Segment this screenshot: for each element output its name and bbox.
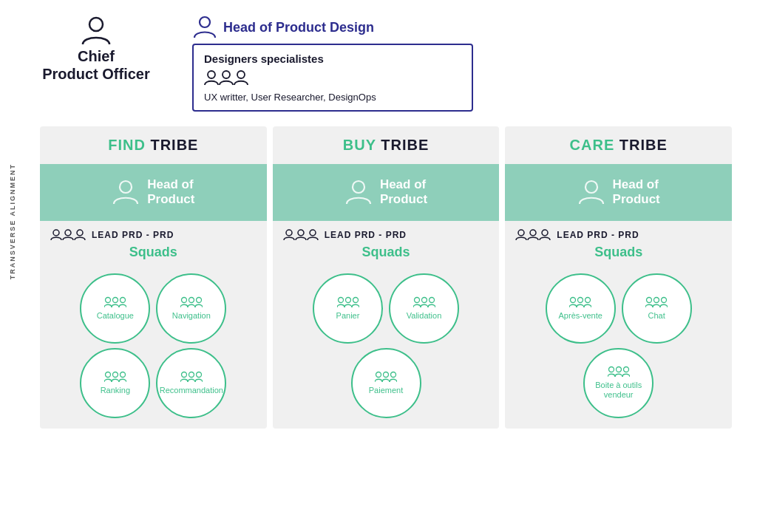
apres-vente-icons xyxy=(569,296,591,310)
squad-catalogue: Catalogue xyxy=(80,273,150,344)
svg-point-29 xyxy=(421,297,427,302)
svg-point-32 xyxy=(384,372,389,377)
top-section: Chief Product Officer Head of Product De… xyxy=(22,15,735,112)
find-head-product-label: Head ofProduct xyxy=(147,177,194,208)
svg-point-33 xyxy=(391,372,396,377)
care-lead-icons xyxy=(515,228,552,242)
head-design-row: Head of Product Design xyxy=(192,15,473,40)
svg-point-46 xyxy=(623,367,628,372)
recommandation-label: Recommandation xyxy=(160,386,223,395)
find-highlight: FIND xyxy=(108,137,150,153)
designers-roles: UX writter, User Researcher, DesignOps xyxy=(204,92,461,103)
svg-point-44 xyxy=(608,367,614,372)
svg-point-20 xyxy=(196,372,201,377)
svg-point-15 xyxy=(105,372,110,377)
svg-point-9 xyxy=(105,297,110,302)
svg-point-30 xyxy=(429,297,434,302)
find-lead-icons xyxy=(50,228,87,242)
svg-point-37 xyxy=(542,230,548,236)
panier-icons xyxy=(337,296,359,310)
find-squads-row-1: Catalogue Navigation xyxy=(80,273,226,344)
find-squads-title: Squads xyxy=(50,245,257,260)
svg-point-22 xyxy=(286,230,292,236)
svg-point-3 xyxy=(223,71,230,78)
find-lead-prd-row: LEAD PRD - PRD xyxy=(50,228,257,242)
find-suffix: TRIBE xyxy=(150,137,198,153)
squad-validation: Validation xyxy=(389,273,459,344)
head-design-section: Head of Product Design Designers special… xyxy=(192,15,473,112)
buy-squads-title: Squads xyxy=(283,245,489,260)
designers-box: Designers specialistes UX writter, xyxy=(192,44,473,112)
tribes-wrapper: TRANSVERSE ALIGNMENT FIND TRIBE Head ofP… xyxy=(22,126,735,429)
svg-point-45 xyxy=(616,367,621,372)
navigation-label: Navigation xyxy=(172,311,211,321)
transverse-alignment-label: TRANSVERSE ALIGNMENT xyxy=(9,163,16,279)
buy-squads-row-1: Panier Validation xyxy=(313,273,459,344)
find-head-person-icon xyxy=(112,178,140,206)
svg-point-6 xyxy=(53,230,59,236)
squad-navigation: Navigation xyxy=(156,273,226,344)
squad-panier: Panier xyxy=(313,273,383,344)
validation-icons xyxy=(413,296,435,310)
chat-icons xyxy=(645,296,668,310)
svg-point-7 xyxy=(65,230,71,236)
care-squads-row-2: Boite à outilsvendeur xyxy=(583,348,654,418)
svg-point-36 xyxy=(530,230,536,236)
find-head-product-band: Head ofProduct xyxy=(40,164,267,221)
buy-head-person-icon xyxy=(344,178,373,206)
svg-point-31 xyxy=(376,372,381,377)
svg-point-41 xyxy=(647,297,652,302)
svg-point-23 xyxy=(298,230,304,236)
svg-point-18 xyxy=(181,372,186,377)
page: Chief Product Officer Head of Product De… xyxy=(0,0,757,532)
buy-lead-prd-row: LEAD PRD - PRD xyxy=(283,228,489,242)
buy-tribe-header: BUY TRIBE xyxy=(273,126,500,164)
svg-point-25 xyxy=(338,297,343,302)
svg-point-14 xyxy=(196,297,201,302)
boite-outils-icons xyxy=(608,366,630,379)
squad-ranking: Ranking xyxy=(80,348,150,418)
svg-point-1 xyxy=(200,17,210,27)
svg-point-40 xyxy=(585,297,591,302)
squad-boite-outils-vendeur: Boite à outilsvendeur xyxy=(583,348,654,418)
chat-label: Chat xyxy=(648,311,665,321)
recommandation-icons xyxy=(180,371,203,384)
navigation-icons xyxy=(180,296,203,310)
svg-point-11 xyxy=(120,297,125,302)
care-suffix: TRIBE xyxy=(619,137,668,153)
buy-lead-icons xyxy=(283,228,320,242)
svg-point-34 xyxy=(585,181,597,193)
chief-box: Chief Product Officer xyxy=(22,15,170,83)
svg-point-28 xyxy=(414,297,419,302)
care-head-product-label: Head ofProduct xyxy=(613,177,660,208)
care-lead-prd-label: LEAD PRD - PRD xyxy=(557,230,639,240)
apres-vente-label: Après-vente xyxy=(559,311,602,321)
care-highlight: CARE xyxy=(570,137,619,153)
validation-label: Validation xyxy=(407,311,442,321)
designers-title: Designers specialistes xyxy=(204,52,461,65)
tribe-find: FIND TRIBE Head ofProduct xyxy=(40,126,267,429)
svg-point-26 xyxy=(345,297,350,302)
svg-point-21 xyxy=(353,181,364,193)
panier-label: Panier xyxy=(336,311,360,321)
svg-point-13 xyxy=(189,297,194,302)
care-head-person-icon xyxy=(577,178,605,206)
paiement-label: Paiement xyxy=(369,386,403,395)
svg-point-17 xyxy=(120,372,125,377)
ranking-label: Ranking xyxy=(101,386,130,395)
svg-point-5 xyxy=(120,181,132,193)
catalogue-icons xyxy=(104,296,126,310)
find-lead-prd-label: LEAD PRD - PRD xyxy=(92,230,174,240)
svg-point-35 xyxy=(518,230,524,236)
designers-icons xyxy=(204,69,461,90)
svg-point-0 xyxy=(89,18,103,31)
squad-chat: Chat xyxy=(622,273,692,344)
buy-head-product-label: Head ofProduct xyxy=(380,177,427,208)
catalogue-label: Catalogue xyxy=(97,311,134,321)
svg-point-12 xyxy=(181,297,186,302)
squad-recommandation: Recommandation xyxy=(156,348,226,418)
svg-point-43 xyxy=(662,297,667,302)
buy-head-product-band: Head ofProduct xyxy=(273,164,500,221)
find-squads-row-2: Ranking Recommandation xyxy=(80,348,226,418)
head-design-title: Head of Product Design xyxy=(223,20,374,35)
